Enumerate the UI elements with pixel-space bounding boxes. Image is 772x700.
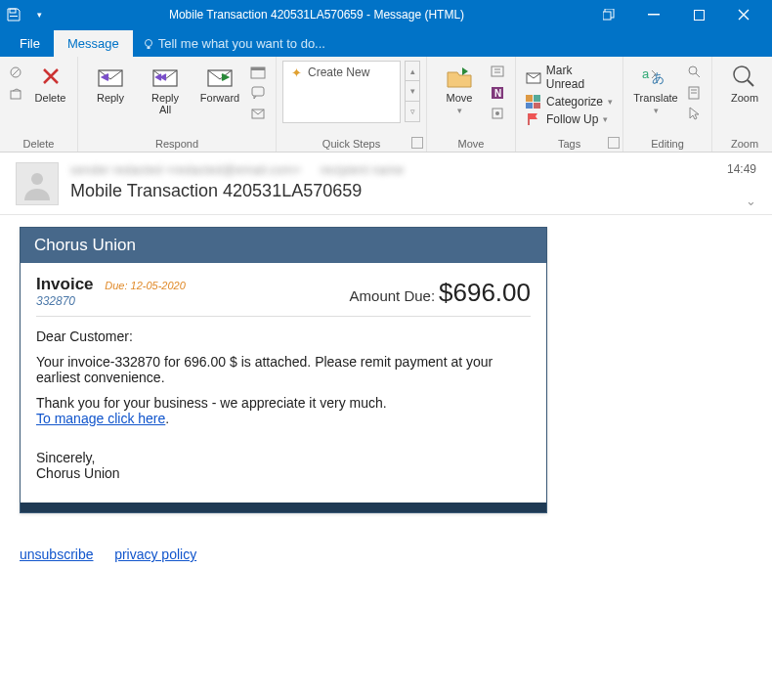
group-respond: Reply Reply All Forward Respond	[78, 57, 277, 152]
manage-link[interactable]: To manage click here	[36, 411, 165, 426]
quick-step-create-new[interactable]: ✦ Create New	[282, 61, 401, 123]
reply-icon	[95, 63, 126, 90]
save-icon[interactable]	[6, 7, 21, 22]
mark-unread-button[interactable]: Mark Unread	[522, 63, 617, 92]
tab-file[interactable]: File	[6, 30, 54, 57]
svg-point-30	[734, 66, 750, 82]
reply-button[interactable]: Reply	[84, 61, 137, 106]
translate-button[interactable]: aあ Translate▾	[629, 61, 682, 118]
onenote-icon[interactable]: N	[488, 83, 509, 103]
select-icon[interactable]	[684, 104, 706, 123]
svg-rect-23	[534, 95, 540, 102]
ribbon-tabs: File Message Tell me what you want to do…	[0, 29, 772, 57]
invoice-number: 332870	[36, 294, 186, 308]
forward-button[interactable]: Forward	[193, 61, 246, 106]
related-icon[interactable]	[684, 83, 706, 103]
delete-icon	[35, 63, 66, 90]
expand-header-icon[interactable]: ⌄	[727, 194, 756, 208]
zoom-button[interactable]: Zoom	[718, 61, 771, 106]
qs-expand-icon[interactable]: ▿	[405, 102, 420, 122]
minimize-icon[interactable]	[631, 0, 676, 29]
tab-message[interactable]: Message	[54, 30, 133, 57]
svg-rect-25	[534, 103, 540, 109]
svg-rect-14	[252, 87, 264, 96]
maximize-icon[interactable]	[676, 0, 721, 29]
translate-icon: aあ	[640, 63, 671, 90]
svg-rect-1	[10, 16, 18, 17]
message-header: sender redacted <redacted@email.com> rec…	[0, 153, 772, 215]
recipient-redacted: recipient name	[321, 162, 404, 177]
svg-rect-8	[11, 91, 21, 99]
restore-up-icon[interactable]	[586, 0, 631, 29]
amount-due-label: Amount Due:	[350, 287, 436, 304]
svg-rect-24	[526, 103, 533, 109]
sender-avatar	[16, 162, 59, 205]
svg-rect-4	[648, 14, 660, 16]
quicksteps-launcher-icon[interactable]	[411, 137, 423, 149]
svg-text:N: N	[494, 88, 501, 99]
group-tags: Mark Unread Categorize ▾ Follow Up ▾ Tag…	[516, 57, 623, 152]
svg-point-31	[31, 173, 43, 185]
svg-point-28	[689, 66, 697, 74]
invoice-footer-bar	[21, 503, 546, 512]
flag-icon	[526, 112, 541, 126]
more-respond-icon[interactable]	[248, 104, 270, 123]
quick-access-toolbar: ▾	[6, 7, 47, 22]
greeting: Dear Customer:	[36, 328, 531, 344]
move-button[interactable]: Move▾	[433, 61, 486, 118]
window-title: Mobile Transaction 420531LA570659 - Mess…	[47, 8, 586, 22]
group-move: Move▾ N Move	[427, 57, 516, 152]
junk-icon[interactable]	[6, 84, 27, 104]
rules-icon[interactable]	[488, 63, 509, 82]
reply-all-icon	[150, 63, 181, 90]
invoice-company: Chorus Union	[21, 228, 546, 263]
signoff-1: Sincerely,	[36, 450, 95, 465]
body-line-1: Your invoice-332870 for 696.00 $ is atta…	[36, 354, 531, 385]
svg-rect-13	[251, 67, 265, 70]
amount-due-value: $696.00	[439, 278, 531, 307]
meeting-icon[interactable]	[248, 63, 270, 82]
window-controls	[586, 0, 766, 29]
svg-point-6	[145, 39, 151, 46]
footer-links: unsubscribe privacy policy	[20, 547, 752, 562]
svg-rect-0	[10, 9, 16, 13]
invoice-due: Due: 12-05-2020	[105, 280, 186, 291]
svg-point-20	[495, 111, 499, 115]
delete-button[interactable]: Delete	[29, 61, 71, 106]
group-quick-steps: ✦ Create New ▴ ▾ ▿ Quick Steps	[277, 57, 427, 152]
qs-up-icon[interactable]: ▴	[405, 61, 420, 81]
im-icon[interactable]	[248, 83, 270, 103]
unsubscribe-link[interactable]: unsubscribe	[20, 547, 94, 562]
ribbon: Delete Delete Reply Reply All Forward	[0, 57, 772, 153]
sparkle-icon: ✦	[291, 66, 302, 80]
mark-unread-icon	[526, 70, 541, 84]
actions-icon[interactable]	[488, 104, 509, 123]
group-editing: aあ Translate▾ Editing	[623, 57, 712, 152]
invoice-label: Invoice	[36, 275, 94, 293]
signoff-2: Chorus Union	[36, 465, 120, 481]
message-body[interactable]: Chorus Union Invoice Due: 12-05-2020 332…	[0, 215, 772, 675]
reply-all-button[interactable]: Reply All	[139, 61, 192, 117]
svg-rect-16	[492, 66, 503, 76]
svg-rect-5	[694, 10, 704, 20]
group-zoom: Zoom Zoom	[712, 57, 772, 152]
title-bar: ▾ Mobile Transaction 420531LA570659 - Me…	[0, 0, 772, 29]
invoice-card: Chorus Union Invoice Due: 12-05-2020 332…	[20, 227, 547, 513]
qat-dropdown-icon[interactable]: ▾	[31, 7, 47, 22]
close-icon[interactable]	[721, 0, 766, 29]
body-line-2: Thank you for your business - we appreci…	[36, 395, 387, 411]
ignore-icon[interactable]	[6, 63, 27, 82]
qs-down-icon[interactable]: ▾	[405, 81, 420, 102]
message-subject: Mobile Transaction 420531LA570659	[70, 181, 715, 201]
find-icon[interactable]	[684, 63, 706, 82]
message-time: 14:49	[727, 162, 756, 176]
forward-icon	[204, 63, 236, 90]
tags-launcher-icon[interactable]	[608, 137, 620, 149]
zoom-icon	[729, 63, 760, 90]
categorize-button[interactable]: Categorize ▾	[522, 94, 617, 109]
tell-me-search[interactable]: Tell me what you want to do...	[133, 30, 335, 57]
privacy-link[interactable]: privacy policy	[114, 547, 196, 562]
svg-rect-22	[526, 95, 533, 102]
follow-up-button[interactable]: Follow Up ▾	[522, 111, 612, 127]
group-delete: Delete Delete	[0, 57, 78, 152]
